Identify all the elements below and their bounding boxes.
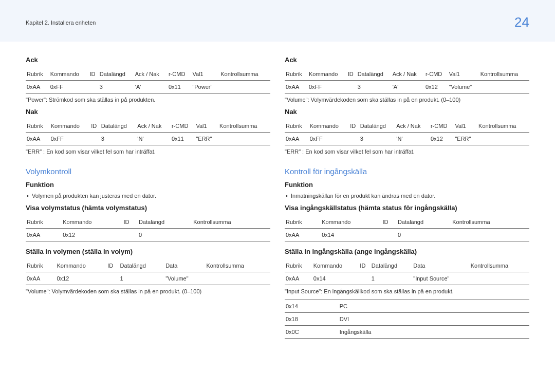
th: Data bbox=[412, 259, 469, 272]
th: Kommando bbox=[56, 259, 107, 272]
nak-heading: Nak bbox=[26, 108, 270, 116]
th: Kommando bbox=[312, 259, 359, 272]
th: Rubrik bbox=[285, 68, 308, 81]
th: Datalängd bbox=[359, 120, 396, 133]
td bbox=[451, 229, 529, 241]
td bbox=[218, 133, 270, 145]
th: Datalängd bbox=[357, 68, 392, 81]
ack-note: "Volume": Volymvärdekoden som ska ställa… bbox=[285, 97, 529, 103]
td: 0x12 bbox=[424, 81, 448, 94]
th: Kontrollsumma bbox=[205, 259, 270, 272]
td: "ERR" bbox=[195, 133, 218, 145]
th: Rubrik bbox=[285, 216, 321, 229]
td: 0 bbox=[397, 229, 451, 241]
th: Kontrollsumma bbox=[470, 259, 529, 272]
th: Ack / Nak bbox=[392, 68, 424, 81]
th: r-CMD bbox=[168, 68, 191, 81]
input-set-note: "Input Source": En ingångskällkod som sk… bbox=[285, 288, 529, 294]
td: 3 bbox=[99, 81, 134, 94]
right-column: Ack Rubrik Kommando ID Datalängd Ack / N… bbox=[285, 56, 529, 341]
td: 0x12 bbox=[62, 229, 122, 241]
td: 0xAA bbox=[26, 229, 62, 241]
td: 0xAA bbox=[285, 272, 312, 285]
td: 0xAA bbox=[26, 133, 50, 145]
td bbox=[479, 81, 529, 94]
td: 3 bbox=[100, 133, 137, 145]
content-columns: Ack Rubrik Kommando ID Datalängd Ack / N… bbox=[26, 56, 529, 341]
left-column: Ack Rubrik Kommando ID Datalängd Ack / N… bbox=[26, 56, 270, 341]
td: 3 bbox=[357, 81, 392, 94]
td: 0x14 bbox=[321, 229, 381, 241]
td: 0x14 bbox=[312, 272, 359, 285]
th: Kommando bbox=[50, 120, 90, 133]
th: Kontrollsumma bbox=[219, 68, 270, 81]
td: 0xFF bbox=[49, 81, 89, 94]
td bbox=[219, 81, 270, 94]
volym-set-table: Rubrik Kommando ID Datalängd Data Kontro… bbox=[26, 259, 270, 285]
td: 1 bbox=[371, 272, 412, 285]
td: 0x11 bbox=[171, 133, 195, 145]
nak-note: "ERR" : En kod som visar vilket fel som … bbox=[26, 148, 270, 155]
td: 0xFF bbox=[50, 133, 90, 145]
th: Rubrik bbox=[26, 68, 49, 81]
funktion-bullet: Inmatningskällan för en produkt kan ändr… bbox=[286, 193, 529, 199]
th: ID bbox=[349, 120, 359, 133]
th: Val1 bbox=[195, 120, 218, 133]
section-volymkontroll: Volymkontroll bbox=[26, 167, 270, 176]
th: r-CMD bbox=[171, 120, 195, 133]
td: "Volume" bbox=[448, 81, 479, 94]
td: 1 bbox=[119, 272, 165, 285]
th: Kontrollsumma bbox=[479, 68, 529, 81]
th: ID bbox=[90, 120, 100, 133]
funktion-heading: Funktion bbox=[285, 181, 529, 189]
td: 'N' bbox=[395, 133, 430, 145]
td: 0xFF bbox=[309, 133, 349, 145]
chapter-label: Kapitel 2. Installera enheten bbox=[26, 20, 96, 26]
input-get-table: Rubrik Kommando ID Datalängd Kontrollsum… bbox=[285, 216, 529, 241]
th: ID bbox=[347, 68, 357, 81]
td: 0xFF bbox=[308, 81, 347, 94]
td: 0xAA bbox=[26, 272, 56, 285]
td bbox=[470, 272, 529, 285]
input-codes-table: 0x14 PC 0x18 DVI 0x0C Ingångskälla bbox=[285, 300, 529, 339]
th: Rubrik bbox=[285, 120, 309, 133]
td: "Volume" bbox=[164, 272, 205, 285]
sub-heading: Ställa in volymen (ställa in volym) bbox=[26, 248, 270, 255]
td: 3 bbox=[359, 133, 396, 145]
td bbox=[477, 133, 529, 145]
th: Kommando bbox=[309, 120, 349, 133]
td bbox=[359, 272, 371, 285]
input-set-table: Rubrik Kommando ID Datalängd Data Kontro… bbox=[285, 259, 529, 285]
th: Ack / Nak bbox=[134, 68, 168, 81]
th: r-CMD bbox=[430, 120, 454, 133]
td: PC bbox=[339, 300, 529, 313]
th: Data bbox=[164, 259, 205, 272]
td: 0xAA bbox=[285, 81, 308, 94]
th: Kommando bbox=[62, 216, 122, 229]
td: 0x18 bbox=[285, 313, 339, 326]
td: 0xAA bbox=[285, 229, 321, 241]
th: Kommando bbox=[49, 68, 89, 81]
th: Val1 bbox=[448, 68, 479, 81]
ack-table: Rubrik Kommando ID Datalängd Ack / Nak r… bbox=[285, 68, 529, 94]
th: Rubrik bbox=[26, 120, 50, 133]
td bbox=[90, 133, 100, 145]
nak-table: Rubrik Kommando ID Datalängd Ack / Nak r… bbox=[26, 120, 270, 145]
td: 0 bbox=[138, 229, 192, 241]
td: "Power" bbox=[191, 81, 219, 94]
ack-heading: Ack bbox=[285, 56, 529, 64]
td: DVI bbox=[339, 313, 529, 326]
th: Rubrik bbox=[26, 259, 56, 272]
th: Kommando bbox=[308, 68, 347, 81]
td: 0xAA bbox=[285, 133, 309, 145]
section-ingangskalla: Kontroll för ingångskälla bbox=[285, 167, 529, 176]
ack-heading: Ack bbox=[26, 56, 270, 64]
td bbox=[192, 229, 270, 241]
th: Kontrollsumma bbox=[477, 120, 529, 133]
th: ID bbox=[359, 259, 371, 272]
sub-heading: Visa volymstatus (hämta volymstatus) bbox=[26, 204, 270, 212]
th: ID bbox=[122, 216, 137, 229]
th: Rubrik bbox=[26, 216, 62, 229]
td: "Input Source" bbox=[412, 272, 469, 285]
td bbox=[122, 229, 137, 241]
